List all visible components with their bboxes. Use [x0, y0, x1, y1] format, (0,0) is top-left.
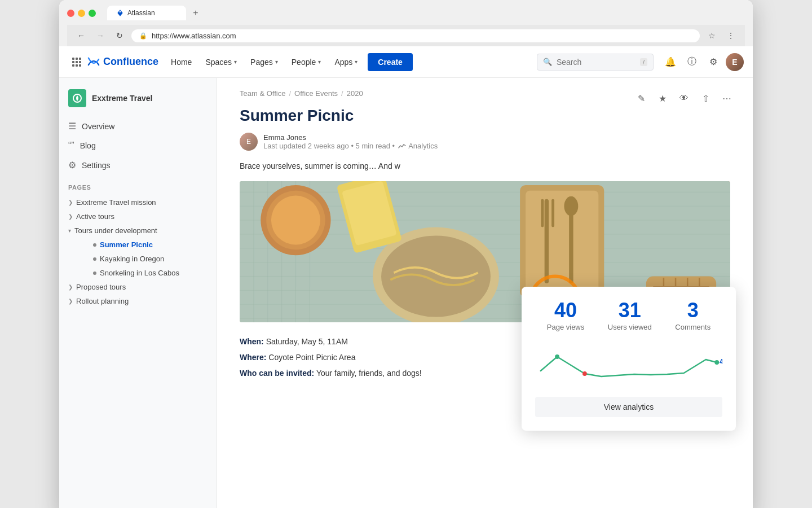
- analytics-popup: 40 Page views 31 Users viewed 3 Comments: [522, 287, 736, 431]
- create-button[interactable]: Create: [368, 53, 413, 71]
- analytics-icon: [398, 142, 406, 150]
- tab-title: Atlassian: [127, 9, 155, 17]
- svg-rect-4: [76, 61, 78, 63]
- spaces-chevron-icon: ▾: [234, 59, 237, 65]
- svg-rect-45: [569, 213, 573, 283]
- nav-apps[interactable]: Apps ▾: [329, 53, 363, 71]
- pages-section-label: PAGES: [68, 184, 208, 191]
- people-chevron-icon: ▾: [318, 59, 321, 65]
- confluence-logo[interactable]: Confluence: [87, 56, 158, 68]
- browser-tab[interactable]: Atlassian: [107, 6, 186, 20]
- reload-button[interactable]: ↻: [112, 28, 127, 43]
- chevron-right-icon: ❯: [68, 199, 73, 205]
- page-item-active-tours[interactable]: ❯ Active tours: [68, 209, 208, 224]
- tab-bar: Atlassian +: [107, 6, 203, 20]
- comments-stat: 3 Comments: [675, 300, 710, 331]
- space-icon: [68, 89, 86, 107]
- svg-point-46: [564, 196, 578, 216]
- who-label: Who can be invited:: [240, 369, 314, 378]
- sidebar: Exxtreme Travel ☰ Overview “” Blog ⚙ Set…: [59, 78, 217, 508]
- svg-point-52: [714, 360, 719, 365]
- users-viewed-stat: 31 Users viewed: [608, 300, 652, 331]
- svg-rect-8: [79, 64, 81, 67]
- main-layout: Exxtreme Travel ☰ Overview “” Blog ⚙ Set…: [59, 78, 753, 508]
- notifications-button[interactable]: 🔔: [661, 53, 679, 71]
- page-item-kayaking[interactable]: Kayaking in Oregon: [91, 252, 208, 266]
- analytics-link[interactable]: Analytics: [398, 142, 438, 150]
- page-item-rollout-planning[interactable]: ❯ Rollout planning: [68, 294, 208, 308]
- more-actions-button[interactable]: ⋯: [718, 89, 736, 107]
- top-navigation: Confluence Home Spaces ▾ Pages ▾ People …: [59, 46, 753, 78]
- settings-button[interactable]: ⚙: [704, 53, 722, 71]
- edit-button[interactable]: ✎: [632, 89, 650, 107]
- chevron-down-icon: ▾: [68, 227, 71, 234]
- page-views-label: Page views: [547, 323, 584, 331]
- nav-spaces[interactable]: Spaces ▾: [200, 53, 242, 71]
- address-bar[interactable]: 🔒 https://www.atlassian.com: [131, 29, 700, 42]
- search-input[interactable]: [557, 58, 636, 67]
- svg-rect-5: [79, 61, 81, 63]
- svg-rect-44: [551, 199, 554, 227]
- settings-sidebar-icon: ⚙: [68, 160, 76, 170]
- page-item-summer-picnic[interactable]: Summer Picnic: [91, 238, 208, 252]
- user-avatar[interactable]: E: [726, 53, 744, 71]
- breadcrumb-2020[interactable]: 2020: [347, 89, 363, 98]
- help-button[interactable]: ⓘ: [683, 53, 701, 71]
- page-views-count: 40: [547, 300, 584, 321]
- svg-rect-7: [76, 64, 78, 67]
- browser-chrome: Atlassian + ← → ↻ 🔒 https://www.atlassia…: [59, 0, 753, 46]
- svg-rect-43: [541, 199, 544, 227]
- nav-people[interactable]: People ▾: [286, 53, 327, 71]
- sidebar-settings[interactable]: ⚙ Settings: [59, 155, 217, 175]
- nav-pages[interactable]: Pages ▾: [245, 53, 284, 71]
- view-analytics-button[interactable]: View analytics: [535, 397, 722, 417]
- search-bar[interactable]: 🔍 /: [537, 54, 654, 71]
- svg-point-50: [555, 354, 559, 359]
- blog-icon: “”: [68, 141, 74, 151]
- svg-rect-3: [72, 61, 74, 63]
- author-line: E Emma Jones Last updated 2 weeks ago • …: [240, 133, 730, 151]
- bookmark-button[interactable]: ☆: [704, 28, 719, 43]
- forward-button[interactable]: →: [93, 28, 108, 43]
- where-value: Coyote Point Picnic Area: [268, 353, 355, 362]
- minimize-traffic-light[interactable]: [78, 10, 85, 17]
- svg-point-51: [582, 371, 587, 376]
- more-button[interactable]: ⋮: [723, 28, 738, 43]
- breadcrumb-sep: /: [341, 89, 343, 98]
- page-item-proposed-tours[interactable]: ❯ Proposed tours: [68, 280, 208, 294]
- svg-rect-6: [72, 64, 74, 67]
- pages-chevron-icon: ▾: [275, 59, 278, 65]
- sidebar-nav: ☰ Overview “” Blog ⚙ Settings: [59, 116, 217, 175]
- share-button[interactable]: ⇧: [696, 89, 714, 107]
- chevron-right-icon: ❯: [68, 284, 73, 290]
- maximize-traffic-light[interactable]: [89, 10, 96, 17]
- traffic-lights: [67, 10, 96, 17]
- sidebar-blog[interactable]: “” Blog: [59, 136, 217, 155]
- sidebar-overview[interactable]: ☰ Overview: [59, 116, 217, 136]
- page-item-travel-mission[interactable]: ❯ Exxtreme Travel mission: [68, 195, 208, 209]
- page-title: Summer Picnic: [240, 107, 730, 125]
- svg-rect-42: [545, 199, 549, 283]
- users-viewed-count: 31: [608, 300, 652, 321]
- content-area: Team & Office / Office Events / 2020 ✎ ★…: [217, 78, 753, 508]
- browser-window: Atlassian + ← → ↻ 🔒 https://www.atlassia…: [59, 0, 753, 508]
- nav-home[interactable]: Home: [165, 53, 197, 71]
- overview-icon: ☰: [68, 121, 76, 132]
- close-traffic-light[interactable]: [67, 10, 74, 17]
- page-item-snorkeling[interactable]: Snorkeling in Los Cabos: [91, 266, 208, 280]
- apps-grid-button[interactable]: [68, 54, 85, 71]
- breadcrumb-team[interactable]: Team & Office: [240, 89, 285, 98]
- nav-icons: 🔔 ⓘ ⚙ E: [661, 53, 744, 71]
- new-tab-button[interactable]: +: [188, 6, 203, 20]
- page-item-tours-development[interactable]: ▾ Tours under development: [68, 224, 208, 238]
- atlassian-tab-icon: [116, 9, 124, 17]
- svg-rect-2: [79, 58, 81, 60]
- back-button[interactable]: ←: [74, 28, 89, 43]
- star-button[interactable]: ★: [654, 89, 672, 107]
- svg-rect-0: [72, 58, 74, 60]
- breadcrumb-office-events[interactable]: Office Events: [294, 89, 338, 98]
- bullet-icon: [93, 271, 96, 275]
- pages-section: PAGES ❯ Exxtreme Travel mission ❯ Active…: [59, 184, 217, 308]
- watch-button[interactable]: 👁: [675, 89, 693, 107]
- when-label: When:: [240, 337, 264, 346]
